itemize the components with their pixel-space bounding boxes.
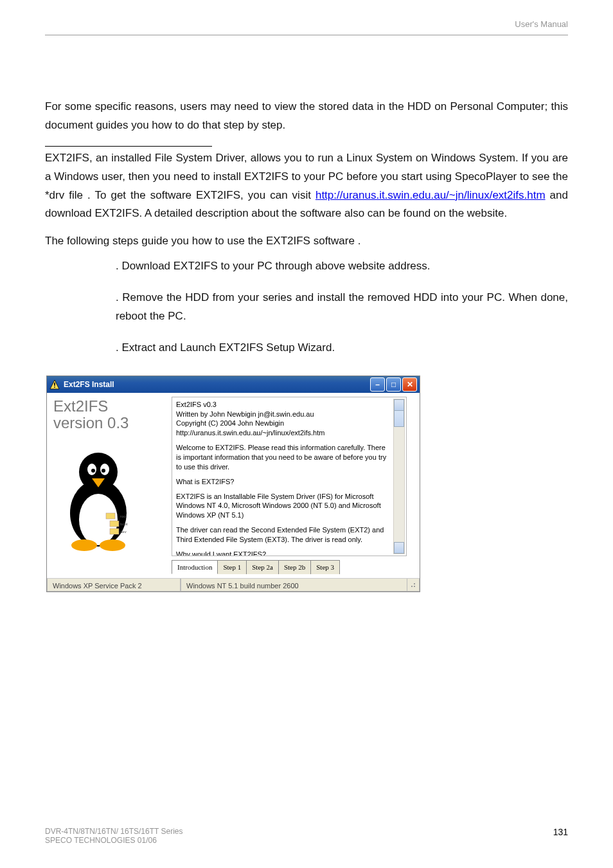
- svg-rect-2: [54, 386, 55, 388]
- minimize-button[interactable]: –: [370, 377, 385, 392]
- svg-point-4: [79, 494, 118, 545]
- svg-rect-22: [414, 583, 415, 584]
- status-bar: Windows XP Service Pack 2 Windows NT 5.1…: [47, 578, 420, 592]
- warning-icon: [49, 379, 60, 390]
- maximize-button[interactable]: □: [386, 377, 401, 392]
- info-l3: Copyright (C) 2004 John Newbigin: [176, 419, 391, 428]
- wizard-tabs: Introduction Step 1 Step 2a Step 2b Step…: [172, 560, 407, 575]
- ext2-title-2: version 0.3: [53, 415, 163, 431]
- dialog-titlebar[interactable]: Ext2FS Install – □ ✕: [47, 376, 420, 393]
- svg-rect-1: [54, 383, 55, 386]
- status-left: Windows XP Service Pack 2: [47, 579, 181, 592]
- info-l8: The driver can read the Second Extended …: [176, 525, 391, 545]
- svg-point-11: [71, 539, 97, 551]
- info-l7: EXT2IFS is an Installable File System Dr…: [176, 492, 391, 521]
- dialog-title: Ext2FS Install: [64, 378, 114, 391]
- resize-grip[interactable]: [407, 579, 420, 592]
- svg-text:dev: dev: [120, 530, 127, 534]
- footer-line1: DVR-4TN/8TN/16TN/ 16TS/16TT Series: [45, 827, 183, 836]
- tux-penguin-image: root boot dev: [53, 442, 143, 552]
- tab-step-3[interactable]: Step 3: [310, 560, 340, 575]
- info-l4: http://uranus.it.swin.edu.au/~jn/linux/e…: [176, 428, 391, 438]
- step1-text: . Download EXT2IFS to your PC through ab…: [116, 260, 430, 272]
- svg-text:root: root: [120, 514, 127, 518]
- info-l1: Ext2IFS v0.3: [176, 400, 391, 410]
- ext2fs-install-dialog: Ext2FS Install – □ ✕ Ext2IFS version 0.3: [46, 375, 420, 593]
- svg-rect-14: [106, 513, 115, 519]
- steps-intro: The following steps guide you how to use…: [45, 232, 568, 251]
- header-label: User's Manual: [515, 19, 568, 29]
- scroll-thumb[interactable]: [394, 410, 404, 427]
- ext2ifs-link[interactable]: http://uranus.it.swin.edu.au/~jn/linux/e…: [315, 189, 546, 201]
- svg-point-12: [100, 539, 125, 551]
- tab-step-2b[interactable]: Step 2b: [278, 560, 311, 575]
- svg-rect-16: [110, 529, 119, 534]
- footer-line2: SPECO TECHNOLOGIES 01/06: [45, 836, 183, 845]
- status-right: Windows NT 5.1 build number 2600: [181, 579, 407, 592]
- footer-left: DVR-4TN/8TN/16TN/ 16TS/16TT Series SPECO…: [45, 827, 183, 845]
- svg-rect-20: [414, 586, 415, 587]
- page-number: 131: [553, 827, 568, 845]
- scroll-up-button[interactable]: [394, 399, 404, 411]
- ext2-title-1: Ext2IFS: [53, 398, 163, 415]
- vertical-scrollbar[interactable]: [393, 399, 405, 554]
- tab-step-2a[interactable]: Step 2a: [246, 560, 279, 575]
- scroll-down-button[interactable]: [394, 542, 404, 554]
- tab-step-1[interactable]: Step 1: [217, 560, 247, 575]
- header-divider: [45, 35, 568, 35]
- svg-rect-15: [110, 521, 119, 527]
- info-l5: Welcome to EXT2IFS. Please read this inf…: [176, 443, 391, 472]
- close-button[interactable]: ✕: [402, 377, 417, 392]
- step3-text: . Extract and Launch EXT2IFS Setup Wizar…: [116, 341, 335, 354]
- info-l9: Why would I want EXT2IFS?: [176, 550, 391, 556]
- svg-point-8: [91, 469, 95, 473]
- info-text-box[interactable]: Ext2IFS v0.3 Written by John Newbigin jn…: [172, 397, 407, 556]
- svg-point-9: [102, 469, 105, 473]
- info-l2: Written by John Newbigin jn@it.swin.edu.…: [176, 410, 391, 419]
- svg-text:boot: boot: [120, 522, 128, 526]
- tab-introduction[interactable]: Introduction: [172, 560, 218, 575]
- info-l6: What is EXT2IFS?: [176, 477, 391, 487]
- svg-rect-21: [411, 586, 413, 587]
- step2-a: . Remove the HDD from your: [116, 291, 263, 303]
- intro-paragraph: For some specific reasons, users may nee…: [45, 98, 568, 135]
